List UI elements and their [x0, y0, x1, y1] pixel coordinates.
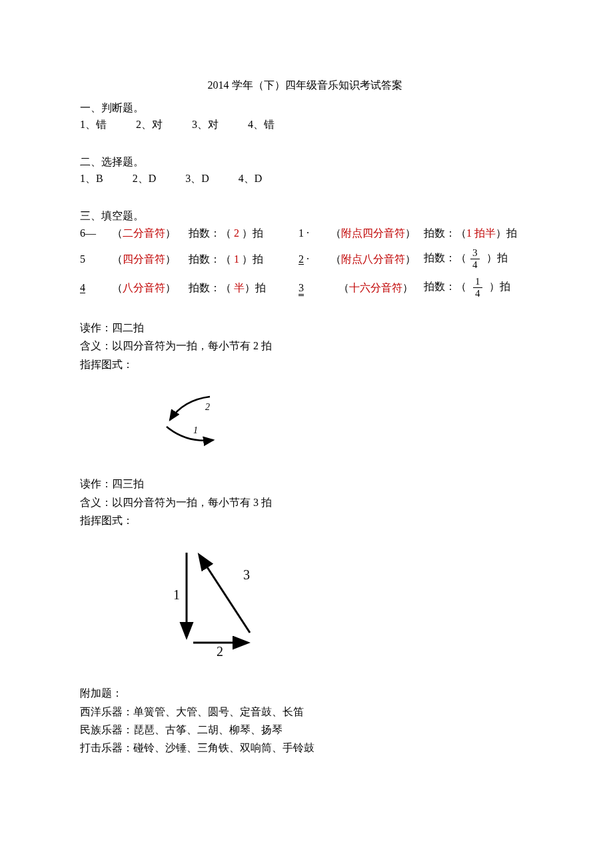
meter2-block: 读作：四三拍 含义：以四分音符为一拍，每小节有 3 拍 指挥图式： 1 2 3	[80, 475, 530, 664]
beats-val-r0: 1 拍半	[466, 227, 496, 239]
beats-pre-l1: 拍数：（	[189, 253, 234, 265]
fill-row-1: 5 （四分音符） 拍数：（ 1 ）拍 2 · （附点八分音符） 拍数：（ 34 …	[80, 248, 530, 270]
s1-ans-0: 错	[96, 119, 107, 130]
extra-block: 附加题： 西洋乐器：单簧管、大管、圆号、定音鼓、长笛 民族乐器：琵琶、古筝、二胡…	[80, 684, 530, 757]
s1-num-3: 4、	[248, 119, 264, 130]
beats-post-l0: ）拍	[239, 227, 263, 239]
meter2-diagram: 1 2 3	[147, 539, 530, 665]
svg-text:3: 3	[243, 567, 250, 582]
extra-line-1: 民族乐器：琵琶、古筝、二胡、柳琴、扬琴	[80, 721, 530, 739]
note-right-0: 1 ·	[299, 225, 330, 242]
svg-text:1: 1	[173, 587, 180, 602]
s1-ans-2: 对	[208, 119, 219, 130]
s2-num-1: 2、	[133, 173, 149, 184]
s2-ans-2: D	[201, 173, 209, 184]
beats-val-l1: 1	[234, 253, 239, 265]
svg-line-4	[200, 556, 250, 633]
extra-header: 附加题：	[80, 684, 530, 702]
beats-post-l1: ）拍	[239, 253, 263, 265]
beats-val-l0: 2	[234, 227, 239, 239]
meter1-block: 读作：四二拍 含义：以四分音符为一拍，每小节有 2 拍 指挥图式： 1 2	[80, 319, 530, 455]
name-right-2: 十六分音符	[349, 282, 402, 293]
beats-post-r0: ）拍	[496, 227, 517, 239]
meter2-read: 读作：四三拍	[80, 475, 530, 493]
s2-num-2: 3、	[185, 173, 201, 184]
meter1-pattern: 指挥图式：	[80, 355, 530, 373]
s1-ans-3: 错	[264, 119, 275, 130]
section1-header: 一、判断题。	[80, 99, 530, 117]
note-left-2: 4	[80, 282, 85, 293]
meter2-pattern: 指挥图式：	[80, 511, 530, 529]
section3-header: 三、填空题。	[80, 207, 530, 225]
name-left-1: 四分音符	[123, 253, 165, 265]
section2-header: 二、选择题。	[80, 153, 530, 171]
fill-row-0: 6— （二分音符） 拍数：（ 2 ）拍 1 · （附点四分音符） 拍数：（1 拍…	[80, 225, 530, 242]
section1-answers: 1、错 2、对 3、对 4、错	[80, 116, 530, 133]
svg-text:1: 1	[193, 425, 198, 435]
note-left-1: 5	[80, 251, 112, 268]
name-right-0: 附点四分音符	[341, 227, 405, 239]
beats-pre-l2: 拍数：（	[189, 282, 234, 293]
note-right-2: 3	[299, 283, 304, 296]
fill-row-2: 4 （八分音符） 拍数：（ 半）拍 3 （十六分音符） 拍数：（ 14 ）拍	[80, 277, 530, 299]
beats-post-r2: ）拍	[489, 281, 510, 292]
meter1-meaning: 含义：以四分音符为一拍，每小节有 2 拍	[80, 337, 530, 355]
beats-val-l2: 半	[234, 282, 245, 293]
note-left-0: 6—	[80, 225, 112, 242]
frac-r2: 14	[473, 277, 482, 299]
meter1-read: 读作：四二拍	[80, 319, 530, 337]
name-right-1: 附点八分音符	[341, 253, 405, 265]
beats-post-l2: ）拍	[245, 282, 266, 293]
frac-r1: 34	[470, 248, 480, 270]
meter1-diagram: 1 2	[147, 383, 530, 455]
page-title: 2014 学年（下）四年级音乐知识考试答案	[80, 77, 530, 94]
s2-num-3: 4、	[239, 173, 255, 184]
name-left-2: 八分音符	[123, 282, 165, 293]
extra-line-2: 打击乐器：碰铃、沙锤、三角铁、双响筒、手铃鼓	[80, 739, 530, 757]
name-left-0: 二分音符	[123, 227, 165, 239]
note-right-1: 2	[299, 253, 304, 265]
extra-line-0: 西洋乐器：单簧管、大管、圆号、定音鼓、长笛	[80, 703, 530, 721]
beats-post-r1: ）拍	[486, 252, 508, 263]
s1-ans-1: 对	[152, 119, 163, 130]
note-right-1-suf: ·	[304, 253, 309, 265]
beats-pre-l0: 拍数：（	[189, 227, 234, 239]
s1-num-2: 3、	[192, 119, 208, 130]
svg-text:2: 2	[205, 402, 210, 412]
s1-num-0: 1、	[80, 119, 96, 130]
s2-ans-3: D	[255, 173, 263, 184]
section2-answers: 1、B 2、D 3、D 4、D	[80, 170, 530, 187]
beats-pre-r0: 拍数：（	[424, 227, 466, 239]
svg-text:2: 2	[217, 644, 223, 659]
beats-pre-r1: 拍数：（	[424, 252, 466, 263]
s1-num-1: 2、	[136, 119, 152, 130]
s2-num-0: 1、	[80, 173, 96, 184]
meter2-meaning: 含义：以四分音符为一拍，每小节有 3 拍	[80, 493, 530, 511]
beats-pre-r2: 拍数：（	[424, 281, 466, 292]
s2-ans-1: D	[149, 173, 157, 184]
s2-ans-0: B	[96, 173, 103, 184]
